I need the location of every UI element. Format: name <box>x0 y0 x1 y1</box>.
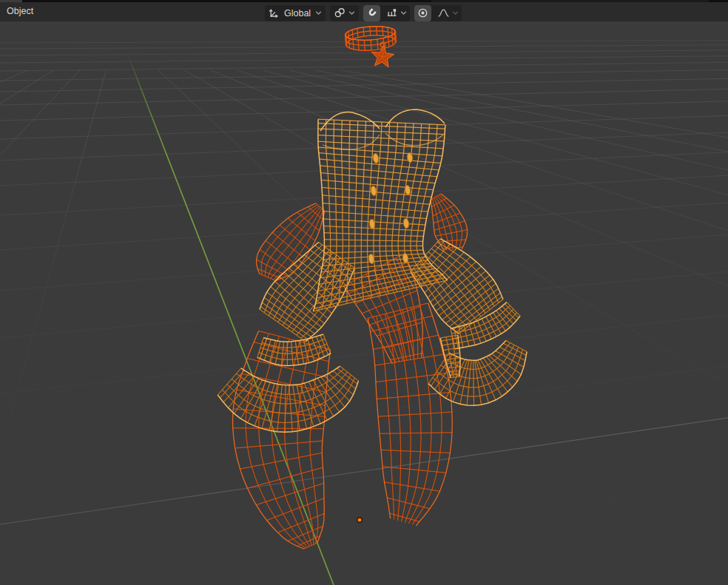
viewport-header: Object Global <box>0 2 728 21</box>
3d-viewport-canvas[interactable] <box>0 0 728 585</box>
pivot-point-icon <box>334 7 346 18</box>
chevron-down-icon <box>452 10 459 16</box>
chevron-down-icon <box>348 10 355 16</box>
viewport-header-controls: Global <box>265 4 462 21</box>
smooth-falloff-icon <box>437 7 450 18</box>
falloff-dropdown[interactable] <box>434 5 462 21</box>
snap-increment-icon <box>386 7 398 18</box>
tab-strip-mid-segment <box>431 0 709 2</box>
workspace-tab-strip <box>0 0 728 2</box>
proportional-editing-toggle[interactable] <box>414 5 431 21</box>
blender-window: Object Global <box>0 0 728 585</box>
chevron-down-icon <box>400 10 407 16</box>
snap-toggle-button[interactable] <box>363 5 380 21</box>
proportional-editing-icon <box>417 7 428 18</box>
orientation-label: Global <box>283 8 312 18</box>
object-origin-dot <box>357 518 363 523</box>
snap-magnet-icon <box>366 7 377 18</box>
snapping-control <box>363 5 410 21</box>
pivot-point-dropdown[interactable] <box>330 5 359 21</box>
object-mode-menu[interactable]: Object <box>7 6 33 16</box>
snap-target-dropdown[interactable] <box>383 5 410 21</box>
tab-strip-left-segment <box>0 0 22 2</box>
chevron-down-icon <box>315 10 322 16</box>
proportional-editing-control <box>414 5 462 21</box>
orientation-axes-icon <box>269 7 280 18</box>
transform-orientation-dropdown[interactable]: Global <box>265 5 326 21</box>
